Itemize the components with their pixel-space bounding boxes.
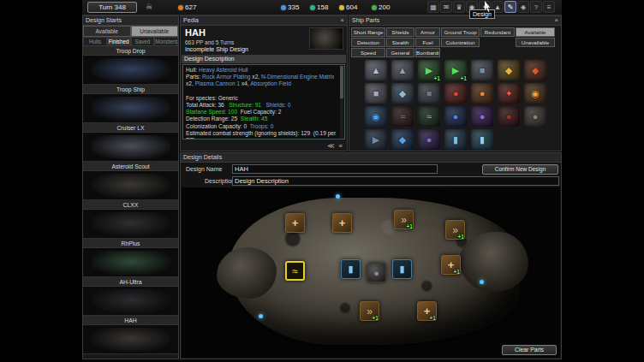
cryo-pod-2-icon: ▮ <box>480 134 485 145</box>
resource-stockpile[interactable]: 604 <box>339 3 357 11</box>
menu-button[interactable]: ≡ <box>543 1 555 13</box>
filter-bombardment[interactable]: Bombardment <box>415 48 440 57</box>
filter-armor[interactable]: Armor <box>415 27 440 37</box>
filter-redundant[interactable]: Redundant <box>480 27 515 37</box>
design-name-input[interactable] <box>232 164 438 174</box>
filter-short-range[interactable]: Short Range <box>351 27 385 37</box>
resource-population[interactable]: 627 <box>178 3 196 11</box>
tab-unavailable[interactable]: Unavailable <box>131 26 179 37</box>
filter-available[interactable]: Available <box>516 27 555 37</box>
part-cryo-pod-2[interactable]: ▮ <box>470 128 494 151</box>
design-starts-header: Design Starts <box>83 16 178 26</box>
filter-ground-troop[interactable]: Ground Troop <box>441 27 480 37</box>
part-asteroid-chunk[interactable]: ● <box>523 105 547 128</box>
part-crystal-plate[interactable]: ◆ <box>391 82 414 104</box>
pedia-back-icon[interactable]: ≪ <box>327 142 334 150</box>
part-orange-orb[interactable]: ● <box>470 82 494 104</box>
part-red-orb[interactable]: ● <box>444 82 468 104</box>
scrollbar[interactable] <box>340 66 343 138</box>
filter-general[interactable]: General <box>386 48 414 57</box>
close-icon[interactable]: × <box>554 16 558 25</box>
tab-available[interactable]: Available <box>83 26 131 37</box>
clear-parts-button[interactable]: Clear Parts <box>502 345 557 355</box>
design-name: AH-Ultra <box>83 277 178 287</box>
part-violet-orb[interactable]: ● <box>417 128 441 151</box>
tab-monsters[interactable]: Monsters <box>154 37 178 46</box>
filter-stealth[interactable]: Stealth <box>386 38 414 47</box>
filter-speed[interactable]: Speed <box>351 48 385 57</box>
part-amber-ring[interactable]: ◉ <box>523 82 547 104</box>
pedia-prev-icon[interactable]: « <box>339 142 343 150</box>
influence-value: 200 <box>379 3 390 11</box>
resource-research[interactable]: 335 <box>281 3 299 11</box>
design-thumb <box>83 210 178 238</box>
turret-slot[interactable]: ++1 <box>441 255 461 275</box>
engine-slot[interactable]: »+1 <box>445 220 465 240</box>
filter-detection[interactable]: Detection <box>351 38 385 47</box>
part-purple-orb[interactable]: ● <box>470 105 494 128</box>
tab-hulls[interactable]: Hulls <box>83 37 107 46</box>
design-list-item[interactable]: Troop Ship <box>83 85 178 123</box>
part-gold-armor[interactable]: ◆ <box>497 59 521 81</box>
charts-button[interactable]: ▦ <box>427 1 439 13</box>
part-blue-orb[interactable]: ● <box>444 105 468 128</box>
pod-slot[interactable]: ▮ <box>341 259 361 279</box>
part-dark-red-orb[interactable]: ● <box>497 105 521 128</box>
part-fighter-bay[interactable]: ▶ <box>364 128 388 151</box>
design-list-item[interactable]: Asteroid Scout <box>83 162 178 200</box>
design-list-item[interactable]: Troop Drop <box>83 46 178 85</box>
part-tech-block[interactable]: ■ <box>364 82 388 104</box>
close-icon[interactable]: × <box>340 16 344 25</box>
diplomacy-button[interactable]: ◈ <box>517 1 529 13</box>
tab-finished[interactable]: Finished <box>107 37 131 46</box>
design-canvas[interactable]: ++»+1»+1≈▮●▮++1»+1++1 <box>182 187 560 358</box>
turret-slot[interactable]: + <box>332 213 352 233</box>
design-name: Cruiser LX <box>83 123 178 133</box>
design-list-item[interactable]: AH-Ultra <box>83 277 178 316</box>
filter-shields[interactable]: Shields <box>386 27 414 37</box>
resource-influence[interactable]: 200 <box>372 3 390 11</box>
red-monitor-icon: ≈ <box>400 111 405 122</box>
engine-slot[interactable]: »+1 <box>394 210 414 229</box>
part-red-armor[interactable]: ◆ <box>523 59 547 81</box>
part-gray-module[interactable]: ■ <box>470 59 494 81</box>
pedia-button[interactable]: ? <box>530 1 542 13</box>
design-list-item[interactable]: CLXX <box>83 200 178 239</box>
part-short-range-weapon[interactable]: ▲ <box>364 59 388 81</box>
description-line: Starlane Speed: 100 Fuel Capacity: 2 <box>186 109 337 116</box>
design-list-item[interactable]: RhPlus <box>83 239 178 277</box>
part-engine-matrix-2[interactable]: ▶+1 <box>444 59 468 81</box>
part-dark-module[interactable]: ■ <box>417 82 441 104</box>
capsule-icon: ▮ <box>348 264 353 275</box>
design-list-item[interactable]: Cruiser LX <box>83 123 178 162</box>
scanner-slot[interactable]: ≈ <box>285 261 305 281</box>
part-missile-weapon[interactable]: ▲ <box>391 59 414 81</box>
turret-icon: + <box>292 217 299 229</box>
part-flak-burst[interactable]: ✦ <box>497 82 521 104</box>
part-engine-matrix[interactable]: ▶+1 <box>417 59 441 81</box>
design-list: Troop DropTroop ShipCruiser LXAsteroid S… <box>83 46 178 359</box>
turret-slot[interactable]: ++1 <box>417 301 437 321</box>
sitrep-button[interactable]: ✉ <box>440 1 452 13</box>
engine-slot[interactable]: »+1 <box>360 301 379 321</box>
design-description-input[interactable] <box>232 176 559 186</box>
turn-button[interactable]: Turn 348 <box>87 2 137 13</box>
part-cryo-pod[interactable]: ▮ <box>444 128 468 151</box>
empires-button[interactable]: ♛ <box>453 1 465 13</box>
pod-slot[interactable]: ▮ <box>392 259 412 279</box>
confirm-new-design-button[interactable]: Confirm New Design <box>482 164 558 175</box>
design-list-item[interactable]: HAH <box>83 316 178 354</box>
scrollbar-thumb[interactable] <box>340 66 343 98</box>
core-slot[interactable]: ● <box>367 263 386 282</box>
part-green-monitor[interactable]: ≈ <box>417 105 441 128</box>
part-shield-emblem[interactable]: ◆ <box>391 128 414 151</box>
part-red-monitor[interactable]: ≈ <box>391 105 414 128</box>
resource-industry[interactable]: 158 <box>310 3 328 11</box>
turret-slot[interactable]: + <box>285 213 305 233</box>
design-button[interactable]: ✎ <box>504 1 516 13</box>
filter-fuel[interactable]: Fuel <box>415 38 440 47</box>
tab-saved[interactable]: Saved <box>131 37 155 46</box>
filter-unavailable[interactable]: Unavailable <box>516 38 555 47</box>
filter-colonization[interactable]: Colonization <box>441 38 480 47</box>
part-blue-ring[interactable]: ◉ <box>364 105 388 128</box>
